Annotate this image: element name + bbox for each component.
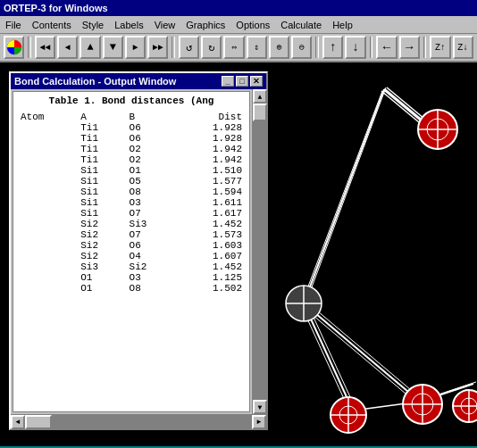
- table-cell: 1.125: [174, 272, 246, 283]
- table-cell: O6: [126, 133, 174, 144]
- table-cell: Si1: [77, 197, 125, 208]
- toolbar: ◄◄ ◄ ▲ ▼ ► ►► ↺ ↻ ⇔ ⇕ ⊕ ⊖ ↑ ↓ ← → Z↑ Z↓: [0, 34, 477, 62]
- table-cell: O8: [126, 187, 174, 197]
- menu-file[interactable]: File: [0, 18, 27, 32]
- table-row: Ti1O61.928: [17, 133, 246, 144]
- table-row: Si3Si21.452: [17, 261, 246, 272]
- menu-view[interactable]: View: [149, 18, 181, 32]
- scroll-thumb-horizontal[interactable]: [25, 415, 52, 429]
- table-row: Si1O81.594: [17, 187, 246, 197]
- flip-h-button[interactable]: ⇔: [223, 36, 244, 59]
- table-cell: O2: [126, 144, 174, 154]
- arrow-up-button[interactable]: ↑: [322, 36, 343, 59]
- main-area: Bond Calculation - Output Window _ □ ✕ T…: [0, 62, 477, 446]
- table-cell: O3: [126, 197, 174, 208]
- vertical-scrollbar[interactable]: ▲ ▼: [252, 89, 266, 414]
- table-cell: Si2: [77, 229, 125, 240]
- zoom-in-button[interactable]: ⊕: [269, 36, 289, 59]
- color-wheel-button[interactable]: [4, 36, 24, 59]
- table-cell: 1.603: [174, 240, 246, 251]
- table-cell: [17, 208, 77, 219]
- table-cell: 1.611: [174, 197, 246, 208]
- table-row: O1O81.502: [17, 283, 246, 294]
- restore-button[interactable]: □: [236, 76, 248, 87]
- table-row: Si2O61.603: [17, 240, 246, 251]
- zoom-z2-button[interactable]: Z↓: [453, 36, 473, 59]
- nav-right-button[interactable]: ►: [125, 36, 146, 59]
- nav-left-button[interactable]: ◄◄: [35, 36, 55, 59]
- table-row: Si2O41.607: [17, 251, 246, 261]
- menu-labels[interactable]: Labels: [109, 18, 148, 32]
- flip-v-button[interactable]: ⇕: [247, 36, 267, 59]
- table-cell: O8: [126, 283, 174, 294]
- table-cell: Si2: [77, 219, 125, 229]
- table-row: O1O31.125: [17, 272, 246, 283]
- menu-contents[interactable]: Contents: [27, 18, 77, 32]
- zoom-out-button[interactable]: ⊖: [291, 36, 312, 59]
- col-atom: Atom: [17, 112, 77, 122]
- menu-options[interactable]: Options: [230, 18, 275, 32]
- table-cell: 1.942: [174, 154, 246, 165]
- rotate-cw-button[interactable]: ↻: [201, 36, 222, 59]
- table-cell: Ti1: [77, 133, 125, 144]
- col-b: B: [126, 112, 174, 122]
- scroll-down-button[interactable]: ▼: [253, 400, 267, 414]
- nav-down-button[interactable]: ▼: [103, 36, 123, 59]
- bond-table: Atom A B Dist Ti1O61.928Ti1O61.928Ti1O21…: [17, 112, 246, 294]
- table-row: Si1O51.577: [17, 176, 246, 187]
- table-cell: [17, 240, 77, 251]
- scroll-right-button[interactable]: ►: [252, 415, 266, 429]
- menu-help[interactable]: Help: [327, 18, 358, 32]
- scroll-up-button[interactable]: ▲: [253, 89, 267, 104]
- output-content[interactable]: Table 1. Bond distances (Ang Atom A B Di…: [13, 91, 250, 412]
- table-row: Si1O31.611: [17, 197, 246, 208]
- menu-style[interactable]: Style: [77, 18, 109, 32]
- table-cell: 1.452: [174, 261, 246, 272]
- table-cell: [17, 133, 77, 144]
- nav-right2-button[interactable]: ►►: [147, 36, 168, 59]
- table-row: Si2O71.573: [17, 229, 246, 240]
- table-cell: Si1: [77, 208, 125, 219]
- arrow-down-button[interactable]: ↓: [345, 36, 365, 59]
- table-cell: Si2: [77, 251, 125, 261]
- table-row: Si1O71.617: [17, 208, 246, 219]
- table-cell: O7: [126, 208, 174, 219]
- table-cell: 1.510: [174, 165, 246, 176]
- table-cell: 1.607: [174, 251, 246, 261]
- table-cell: O1: [77, 272, 125, 283]
- table-cell: [17, 187, 77, 197]
- menu-calculate[interactable]: Calculate: [275, 18, 327, 32]
- minimize-button[interactable]: _: [222, 76, 234, 87]
- table-cell: [17, 261, 77, 272]
- forward-button[interactable]: →: [399, 36, 420, 59]
- table-cell: 1.573: [174, 229, 246, 240]
- table-row: Ti1O61.928: [17, 122, 246, 133]
- menu-graphics[interactable]: Graphics: [180, 18, 230, 32]
- table-row: Si2Si31.452: [17, 219, 246, 229]
- scroll-track-vertical: [253, 104, 266, 400]
- scroll-left-button[interactable]: ◄: [11, 415, 25, 429]
- rotate-ccw-button[interactable]: ↺: [179, 36, 199, 59]
- back-button[interactable]: ←: [376, 36, 397, 59]
- table-cell: 1.502: [174, 283, 246, 294]
- close-button[interactable]: ✕: [250, 76, 263, 87]
- scroll-thumb-vertical[interactable]: [253, 104, 267, 121]
- table-cell: [17, 144, 77, 154]
- nav-left2-button[interactable]: ◄: [57, 36, 78, 59]
- col-dist: Dist: [174, 112, 246, 122]
- table-cell: Si1: [77, 187, 125, 197]
- table-cell: Si3: [126, 219, 174, 229]
- scroll-track-horizontal: [25, 415, 252, 429]
- table-cell: O7: [126, 229, 174, 240]
- table-cell: O4: [126, 251, 174, 261]
- table-cell: [17, 154, 77, 165]
- output-title-buttons: _ □ ✕: [222, 76, 263, 87]
- table-cell: O6: [126, 240, 174, 251]
- table-cell: Si1: [77, 165, 125, 176]
- toolbar-sep3: [315, 37, 319, 58]
- table-cell: O1: [126, 165, 174, 176]
- nav-up-button[interactable]: ▲: [80, 36, 100, 59]
- output-title-label: Bond Calculation - Output Window: [14, 76, 176, 87]
- zoom-z-button[interactable]: Z↑: [430, 36, 450, 59]
- table-cell: Ti1: [77, 144, 125, 154]
